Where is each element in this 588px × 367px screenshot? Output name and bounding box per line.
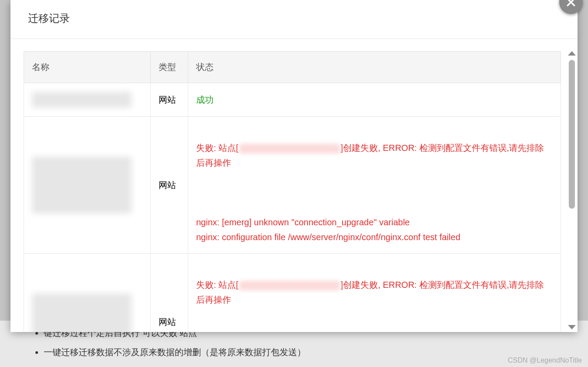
close-icon bbox=[565, 0, 577, 8]
modal-header: 迁移记录 bbox=[10, 0, 578, 39]
column-header-name: 名称 bbox=[24, 52, 151, 83]
migration-records-modal: 迁移记录 名称 类型 状态 网站 成功 bbox=[10, 0, 578, 332]
cell-type: 网站 bbox=[151, 83, 188, 117]
status-fail-block: 失败: 站点[]创建失败, ERROR: 检测到配置文件有错误,请先排除后再操作… bbox=[196, 126, 553, 245]
status-fail-block: 失败: 站点[]创建失败, ERROR: 检测到配置文件有错误,请先排除后再操作… bbox=[196, 262, 553, 332]
scroll-down-icon[interactable] bbox=[568, 325, 576, 329]
cell-status: 失败: 站点[]创建失败, ERROR: 检测到配置文件有错误,请先排除后再操作… bbox=[188, 117, 561, 254]
column-header-type: 类型 bbox=[151, 52, 188, 83]
vertical-scrollbar[interactable] bbox=[568, 51, 576, 329]
table-row: 网站 失败: 站点[]创建失败, ERROR: 检测到配置文件有错误,请先排除后… bbox=[24, 254, 561, 332]
scroll-thumb[interactable] bbox=[569, 60, 575, 209]
cell-status: 成功 bbox=[188, 83, 561, 117]
scroll-area: 名称 类型 状态 网站 成功 bbox=[24, 51, 568, 332]
status-success-text: 成功 bbox=[196, 95, 214, 105]
redacted-name bbox=[32, 294, 131, 332]
column-header-status: 状态 bbox=[188, 52, 561, 83]
cell-type: 网站 bbox=[151, 254, 188, 332]
cell-name bbox=[24, 254, 151, 332]
backdrop-note-item: 一键迁移迁移数据不涉及原来数据的增删（是将原来数据打包发送） bbox=[44, 345, 575, 359]
cell-name bbox=[24, 83, 151, 117]
cell-status: 失败: 站点[]创建失败, ERROR: 检测到配置文件有错误,请先排除后再操作… bbox=[188, 254, 561, 332]
cell-type: 网站 bbox=[151, 117, 188, 254]
scroll-up-icon[interactable] bbox=[568, 51, 576, 56]
table-row: 网站 成功 bbox=[24, 83, 561, 117]
modal-body: 名称 类型 状态 网站 成功 bbox=[10, 39, 578, 332]
redacted-name bbox=[32, 157, 131, 213]
redacted-site-inline bbox=[239, 144, 340, 154]
modal-title: 迁移记录 bbox=[28, 11, 560, 25]
migration-records-table: 名称 类型 状态 网站 成功 bbox=[24, 51, 561, 332]
cell-name bbox=[24, 117, 151, 254]
redacted-site-inline bbox=[239, 281, 340, 290]
table-row: 网站 失败: 站点[]创建失败, ERROR: 检测到配置文件有错误,请先排除后… bbox=[24, 117, 561, 254]
watermark: CSDN @LegendNoTitle bbox=[508, 357, 582, 364]
redacted-name bbox=[32, 92, 131, 108]
